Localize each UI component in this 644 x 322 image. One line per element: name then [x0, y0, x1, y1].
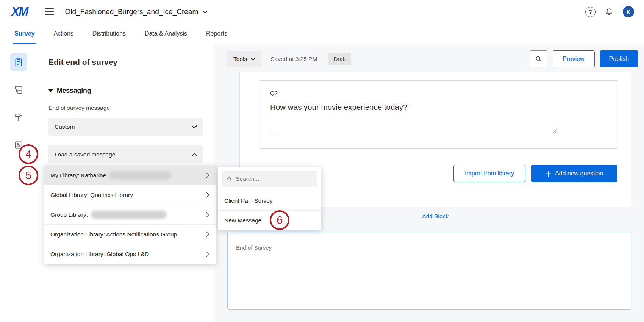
- annotation-step-6: 6: [270, 210, 289, 230]
- question-id: Q2: [270, 90, 607, 96]
- canvas-toolbar: Tools Saved at 3:25 PM Draft Preview Pub…: [214, 50, 644, 67]
- survey-title: Old_Fashioned_Burgers_and_Ice_Cream: [65, 8, 199, 16]
- survey-builder-nav-button[interactable]: [10, 53, 27, 71]
- redacted-text: [109, 171, 172, 180]
- clipboard-icon: [14, 57, 23, 67]
- search-input[interactable]: [236, 175, 313, 182]
- tab-data-analysis[interactable]: Data & Analysis: [145, 23, 187, 44]
- search-icon: [535, 55, 542, 63]
- menu-item-global-library[interactable]: Global Library: Qualtrics Library: [44, 185, 216, 205]
- survey-title-dropdown[interactable]: Old_Fashioned_Burgers_and_Ice_Cream: [65, 8, 208, 16]
- chevron-right-icon: [206, 231, 209, 237]
- end-of-survey-message-label: End of survey message: [48, 105, 214, 111]
- qualtrics-survey-builder: XM Old_Fashioned_Burgers_and_Ice_Cream ?…: [0, 0, 644, 322]
- xm-logo[interactable]: XM: [11, 5, 28, 19]
- chevron-down-icon: [251, 58, 255, 61]
- messaging-section-label: Messaging: [57, 87, 91, 95]
- hamburger-menu-icon[interactable]: [45, 8, 54, 15]
- load-saved-message-label: Load a saved message: [55, 151, 115, 158]
- end-of-survey-label: End of Survey: [236, 244, 272, 251]
- look-and-feel-nav-button[interactable]: [10, 109, 27, 126]
- chevron-right-icon: [206, 252, 209, 257]
- annotation-step-5: 5: [19, 166, 38, 185]
- chevron-down-icon: [203, 10, 208, 14]
- answer-text-input[interactable]: [270, 120, 558, 134]
- publish-button[interactable]: Publish: [600, 50, 638, 67]
- messaging-section-header[interactable]: Messaging: [48, 86, 214, 95]
- load-saved-message-button[interactable]: Load a saved message: [48, 145, 203, 163]
- header-actions: ? K: [585, 6, 634, 17]
- help-icon: ?: [589, 9, 592, 15]
- chevron-right-icon: [206, 192, 209, 198]
- chevron-down-icon: [192, 125, 197, 129]
- save-status: Saved at 3:25 PM: [270, 56, 317, 63]
- menu-item-org-library-global-ops[interactable]: Organization Library: Global Ops L&D: [44, 244, 216, 264]
- panel-title: Edit end of survey: [48, 57, 214, 67]
- primary-nav: Survey Actions Distributions Data & Anal…: [0, 23, 644, 44]
- library-menu: My Library: Katharine Global Library: Qu…: [44, 166, 216, 264]
- menu-item-my-library[interactable]: My Library: Katharine: [44, 166, 216, 185]
- annotation-step-4: 4: [19, 144, 38, 164]
- preview-button[interactable]: Preview: [553, 50, 595, 67]
- draft-badge: Draft: [328, 53, 351, 65]
- question-text: How was your movie experience today?: [270, 103, 607, 112]
- end-of-survey-block[interactable]: End of Survey: [227, 232, 631, 310]
- paint-roller-icon: [14, 113, 23, 122]
- message-search-box: [222, 171, 317, 187]
- chevron-up-icon: [192, 153, 197, 156]
- message-type-value: Custom: [55, 123, 75, 130]
- add-new-question-button[interactable]: Add new question: [531, 165, 617, 182]
- plus-icon: [546, 171, 551, 177]
- message-type-select[interactable]: Custom: [48, 118, 203, 136]
- tab-survey[interactable]: Survey: [14, 23, 34, 44]
- chevron-right-icon: [206, 212, 209, 217]
- tools-dropdown[interactable]: Tools: [227, 51, 261, 67]
- chevron-right-icon: [206, 172, 209, 178]
- survey-flow-icon: [14, 85, 23, 95]
- survey-flow-nav-button[interactable]: [10, 81, 27, 98]
- import-from-library-button[interactable]: Import from library: [453, 165, 525, 182]
- top-header: XM Old_Fashioned_Burgers_and_Ice_Cream ?…: [0, 0, 644, 23]
- search-icon: [227, 176, 232, 182]
- menu-item-org-library-actions[interactable]: Organization Library: Actions Notificati…: [44, 225, 216, 244]
- menu-item-group-library[interactable]: Group Library:: [44, 205, 216, 225]
- tab-actions[interactable]: Actions: [53, 23, 73, 44]
- redacted-text: [91, 211, 167, 219]
- avatar-initial: K: [627, 9, 630, 15]
- search-button[interactable]: [530, 50, 547, 67]
- help-button[interactable]: ?: [585, 7, 596, 17]
- bell-icon: [605, 7, 614, 16]
- question-card[interactable]: Q2 How was your movie experience today?: [259, 80, 618, 149]
- avatar[interactable]: K: [623, 6, 634, 17]
- collapse-triangle-icon: [48, 89, 53, 92]
- tab-distributions[interactable]: Distributions: [92, 23, 126, 44]
- toolbar-actions: Preview Publish: [530, 50, 638, 67]
- notifications-button[interactable]: [605, 7, 614, 16]
- flyout-item-client-pain-survey[interactable]: Client Pain Survey: [218, 191, 321, 210]
- tab-reports[interactable]: Reports: [206, 23, 227, 44]
- resize-handle-icon: [553, 129, 557, 133]
